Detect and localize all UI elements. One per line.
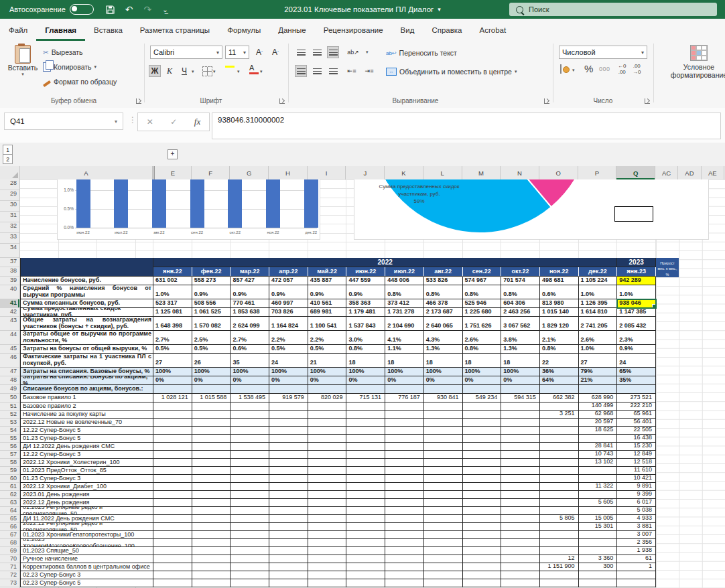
pie-chart[interactable]: Сумма предоставленных скидок участникам,… bbox=[354, 179, 709, 240]
row-header-40[interactable]: 40 bbox=[0, 285, 19, 299]
month-header-дек.22[interactable]: дек.22 bbox=[579, 267, 618, 277]
table-cell[interactable] bbox=[308, 579, 347, 587]
table-cell[interactable] bbox=[230, 411, 269, 419]
table-cell[interactable] bbox=[269, 531, 308, 539]
table-cell[interactable]: 820 029 bbox=[308, 394, 347, 402]
fill-color-button[interactable] bbox=[225, 65, 235, 68]
table-cell[interactable] bbox=[579, 435, 618, 443]
table-cell[interactable]: 4 933 bbox=[617, 515, 656, 523]
table-cell[interactable] bbox=[540, 531, 579, 539]
table-cell[interactable]: 1 015 588 bbox=[192, 394, 231, 402]
table-cell[interactable] bbox=[501, 547, 540, 555]
name-box-dropdown-icon[interactable]: ▾ bbox=[115, 119, 117, 125]
fill-color-dropdown-icon[interactable]: ▾ bbox=[237, 69, 240, 74]
table-cell[interactable] bbox=[308, 427, 347, 435]
align-top-icon[interactable] bbox=[295, 46, 307, 58]
table-cell[interactable]: 466 378 bbox=[424, 299, 463, 308]
tab-Формулы[interactable]: Формулы bbox=[218, 19, 269, 41]
table-cell[interactable] bbox=[230, 475, 269, 483]
row-header-31[interactable]: 31 bbox=[0, 212, 19, 222]
table-cell[interactable]: 2.2% bbox=[269, 331, 308, 345]
row-header-49[interactable]: 49 bbox=[0, 385, 19, 394]
table-cell[interactable]: 1 100 541 bbox=[308, 317, 347, 331]
row-label[interactable]: Начисление бонусов, руб. bbox=[21, 277, 153, 285]
table-cell[interactable] bbox=[153, 467, 192, 475]
month-header-окт.22[interactable]: окт.22 bbox=[501, 267, 540, 277]
table-cell[interactable] bbox=[308, 499, 347, 507]
table-cell[interactable] bbox=[540, 427, 579, 435]
table-cell[interactable] bbox=[346, 523, 385, 531]
outline-level-2-button[interactable]: 2 bbox=[3, 154, 13, 164]
paste-button[interactable]: Вставить ▾ bbox=[5, 45, 40, 77]
column-header-I[interactable]: I bbox=[308, 166, 346, 179]
font-name-combo[interactable]: Calibri▾ bbox=[150, 46, 222, 59]
table-cell[interactable] bbox=[230, 483, 269, 491]
table-cell[interactable]: 1.3% bbox=[501, 345, 540, 354]
table-cell[interactable]: 604 306 bbox=[501, 299, 540, 308]
row-header-37[interactable]: 37 bbox=[0, 258, 19, 267]
row-label[interactable]: Затраты на бонусы от общей выручки, % bbox=[21, 345, 153, 354]
increase-decimal-icon[interactable]: ←0.00 bbox=[618, 64, 626, 76]
table-cell[interactable] bbox=[346, 563, 385, 571]
row-header-47[interactable]: 47 bbox=[0, 368, 19, 376]
column-header-E[interactable]: E bbox=[153, 166, 192, 179]
table-cell[interactable]: 549 234 bbox=[463, 394, 502, 402]
table-cell[interactable]: 0.9% bbox=[230, 285, 269, 299]
table-cell[interactable]: 0.9% bbox=[346, 285, 385, 299]
table-cell[interactable] bbox=[579, 571, 618, 579]
table-cell[interactable] bbox=[501, 539, 540, 547]
row-label[interactable]: 2023.01 День рождения bbox=[21, 491, 153, 499]
table-cell[interactable]: 930 841 bbox=[424, 394, 463, 402]
table-cell[interactable] bbox=[424, 491, 463, 499]
table-cell[interactable] bbox=[192, 435, 231, 443]
row-label[interactable]: Ручное начисление bbox=[21, 555, 153, 563]
row-label[interactable]: Списание бонусов по акциям, бонусов.: bbox=[21, 385, 153, 394]
table-cell[interactable]: 919 579 bbox=[269, 394, 308, 402]
table-cell[interactable]: 0.6% bbox=[230, 345, 269, 354]
copy-button[interactable]: Копировать▾ bbox=[43, 61, 117, 73]
table-cell[interactable] bbox=[308, 451, 347, 459]
table-cell[interactable] bbox=[540, 475, 579, 483]
table-cell[interactable] bbox=[308, 547, 347, 555]
row-label[interactable]: ДИ 11.2022 День рождения СМС bbox=[21, 515, 153, 523]
format-painter-button[interactable]: Формат по образцу bbox=[43, 76, 117, 88]
tab-Файл[interactable]: Файл bbox=[0, 19, 36, 41]
table-cell[interactable]: 100% bbox=[346, 368, 385, 376]
month-header-июл.22[interactable]: июл.22 bbox=[385, 267, 424, 277]
table-cell[interactable]: 1 105 224 bbox=[579, 277, 618, 285]
outline-expand-button[interactable]: + bbox=[168, 149, 178, 159]
month-header-янв.23[interactable]: янв.23 bbox=[617, 267, 656, 277]
table-cell[interactable]: 1 648 398 bbox=[153, 317, 192, 331]
table-cell[interactable] bbox=[501, 499, 540, 507]
table-cell[interactable]: 26 bbox=[192, 354, 231, 368]
table-cell[interactable]: 222 210 bbox=[617, 402, 656, 411]
table-cell[interactable] bbox=[463, 499, 502, 507]
table-cell[interactable] bbox=[463, 531, 502, 539]
table-cell[interactable]: 5 605 bbox=[579, 499, 618, 507]
table-cell[interactable] bbox=[463, 459, 502, 467]
wrap-text-button[interactable]: ab↩Переносить текст bbox=[386, 47, 457, 59]
table-cell[interactable]: 16 438 bbox=[617, 435, 656, 443]
table-cell[interactable] bbox=[346, 427, 385, 435]
table-cell[interactable]: 447 559 bbox=[346, 277, 385, 285]
search-box[interactable]: Поиск bbox=[509, 3, 717, 16]
table-cell[interactable]: 18 bbox=[501, 354, 540, 368]
table-cell[interactable]: 10 743 bbox=[579, 451, 618, 459]
table-cell[interactable] bbox=[579, 491, 618, 499]
table-cell[interactable]: 410 561 bbox=[308, 299, 347, 308]
row-label[interactable]: 01.23 Супер-Бонус 3 bbox=[21, 475, 153, 483]
table-cell[interactable] bbox=[579, 531, 618, 539]
table-cell[interactable]: 5 805 bbox=[540, 515, 579, 523]
table-cell[interactable] bbox=[501, 459, 540, 467]
table-cell[interactable] bbox=[579, 507, 618, 515]
align-middle-icon[interactable] bbox=[311, 46, 323, 58]
table-cell[interactable]: 2.7% bbox=[230, 331, 269, 345]
row-header-63[interactable]: 63 bbox=[0, 499, 19, 507]
row-header-46[interactable]: 46 bbox=[0, 354, 19, 368]
column-header-J[interactable]: J bbox=[346, 166, 385, 179]
table-cell[interactable]: 1.0% bbox=[579, 345, 618, 354]
table-cell[interactable] bbox=[153, 531, 192, 539]
table-cell[interactable]: 857 427 bbox=[230, 277, 269, 285]
month-header-ноя.22[interactable]: ноя.22 bbox=[540, 267, 579, 277]
table-cell[interactable] bbox=[269, 491, 308, 499]
